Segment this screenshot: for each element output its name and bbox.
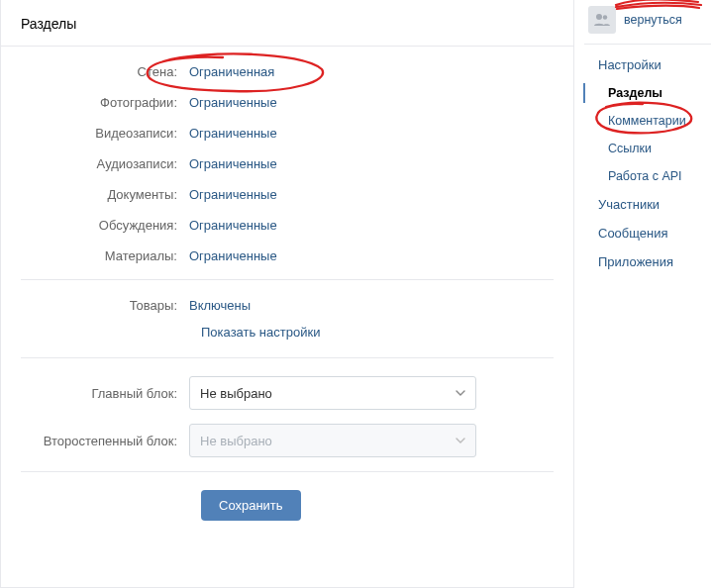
section-label: Видеозаписи: [21, 126, 189, 141]
section-label: Материалы: [21, 248, 189, 263]
main-block-select[interactable]: Не выбрано [189, 376, 476, 410]
section-label: Стена: [21, 64, 189, 79]
chevron-down-icon [456, 438, 465, 443]
secondary-block-label: Второстепенный блок: [21, 434, 189, 448]
main-panel: Разделы Стена: Ограниченная Фотографии: … [0, 0, 574, 588]
section-row-materials: Материалы: Ограниченные [21, 248, 554, 263]
select-value: Не выбрано [200, 386, 272, 401]
sidebar: вернуться Настройки Разделы Комментарии … [574, 0, 711, 588]
secondary-block-select: Не выбрано [189, 424, 476, 457]
goods-label: Товары: [21, 298, 189, 313]
main-block-row: Главный блок: Не выбрано [21, 376, 554, 410]
section-value-docs[interactable]: Ограниченные [189, 187, 277, 202]
section-value-materials[interactable]: Ограниченные [189, 248, 277, 263]
section-value-wall[interactable]: Ограниченная [189, 64, 274, 79]
section-value-audio[interactable]: Ограниченные [189, 156, 277, 171]
section-row-audio: Аудиозаписи: Ограниченные [21, 156, 554, 171]
nav-messages[interactable]: Сообщения [584, 219, 711, 247]
nav-comments[interactable]: Комментарии [584, 107, 711, 135]
section-row-videos: Видеозаписи: Ограниченные [21, 126, 554, 141]
divider [21, 471, 554, 472]
nav-sections[interactable]: Разделы [584, 79, 711, 107]
section-label: Обсуждения: [21, 218, 189, 233]
divider [21, 279, 554, 280]
nav-members[interactable]: Участники [584, 190, 711, 219]
main-block-label: Главный блок: [21, 386, 189, 401]
save-row: Сохранить [201, 490, 554, 521]
group-icon [588, 6, 616, 34]
section-label: Фотографии: [21, 95, 189, 110]
annotation-scribble-icon [614, 0, 703, 14]
section-value-videos[interactable]: Ограниченные [189, 126, 277, 141]
back-link[interactable]: вернуться [624, 13, 682, 27]
section-row-photos: Фотографии: Ограниченные [21, 95, 554, 110]
nav-settings[interactable]: Настройки [584, 50, 711, 79]
select-value: Не выбрано [200, 434, 272, 448]
nav-apps[interactable]: Приложения [584, 247, 711, 276]
divider [21, 357, 554, 358]
nav-api[interactable]: Работа с API [584, 162, 711, 190]
svg-point-1 [603, 15, 607, 19]
chevron-down-icon [456, 390, 465, 396]
save-button[interactable]: Сохранить [201, 490, 301, 521]
page-title: Разделы [1, 0, 573, 47]
section-row-docs: Документы: Ограниченные [21, 187, 554, 202]
section-value-discuss[interactable]: Ограниченные [189, 218, 277, 233]
show-settings-link[interactable]: Показать настройки [201, 325, 554, 340]
secondary-block-row: Второстепенный блок: Не выбрано [21, 424, 554, 457]
svg-point-0 [596, 14, 602, 20]
section-row-wall: Стена: Ограниченная [21, 64, 554, 79]
section-label: Аудиозаписи: [21, 156, 189, 171]
back-block[interactable]: вернуться [584, 0, 711, 44]
goods-row: Товары: Включены [21, 298, 554, 313]
nav-links[interactable]: Ссылки [584, 135, 711, 162]
goods-value[interactable]: Включены [189, 298, 251, 313]
section-value-photos[interactable]: Ограниченные [189, 95, 277, 110]
section-label: Документы: [21, 187, 189, 202]
section-row-discuss: Обсуждения: Ограниченные [21, 218, 554, 233]
form-block: Стена: Ограниченная Фотографии: Ограниче… [1, 47, 573, 521]
sidebar-nav: Настройки Разделы Комментарии Ссылки Раб… [584, 44, 711, 276]
